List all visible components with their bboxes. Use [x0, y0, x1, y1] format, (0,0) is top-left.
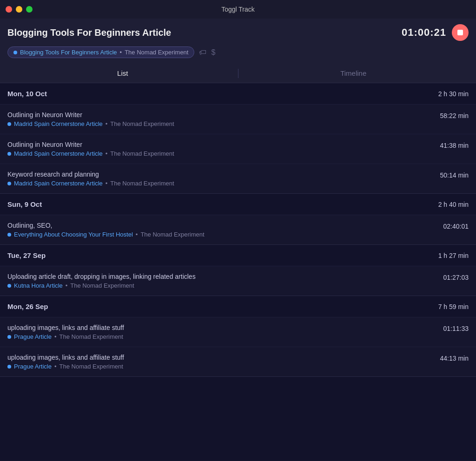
tab-navigation: List Timeline: [7, 64, 469, 83]
entry-title: Outlining in Neuron Writer: [7, 111, 440, 119]
entry-left: Outlining in Neuron Writer Madrid Spain …: [7, 111, 440, 127]
dollar-icon[interactable]: $: [211, 48, 215, 57]
entry-duration: 01:27:03: [443, 273, 469, 281]
entry-dot: [7, 233, 11, 237]
entry-project-name: Prague Article: [14, 333, 52, 340]
project-dot: [13, 51, 17, 54]
day-total: 2 h 30 min: [438, 90, 469, 98]
time-entry[interactable]: Outlining in Neuron Writer Madrid Spain …: [0, 134, 476, 164]
entry-workspace: The Nomad Experiment: [60, 333, 123, 340]
timer-display: 01:00:21: [402, 26, 446, 39]
day-header: Sun, 9 Oct 2 h 40 min: [0, 194, 476, 215]
stop-icon: [457, 30, 463, 35]
entry-left: uploading images, links and affiliate st…: [7, 354, 440, 370]
project-tag-name: Blogging Tools For Beginners Article: [20, 49, 117, 56]
day-header: Mon, 26 Sep 7 h 59 min: [0, 296, 476, 317]
day-header: Mon, 10 Oct 2 h 30 min: [0, 83, 476, 104]
entry-left: Outlining in Neuron Writer Madrid Spain …: [7, 141, 440, 157]
entry-duration: 41:38 min: [440, 141, 469, 149]
entry-dot: [7, 122, 11, 126]
entry-project-name: Everything About Choosing Your First Hos…: [14, 231, 133, 238]
project-tag[interactable]: Blogging Tools For Beginners Article • T…: [7, 46, 194, 58]
entry-dot: [7, 284, 11, 288]
entry-workspace: The Nomad Experiment: [110, 180, 174, 187]
entry-left: Uploading article draft, dropping in ima…: [7, 273, 443, 289]
header-right: 01:00:21: [402, 24, 469, 41]
entry-workspace-sep: •: [66, 282, 68, 289]
entry-project-row: Madrid Spain Cornerstone Article • The N…: [7, 120, 440, 127]
header-top: Blogging Tools For Beginners Article 01:…: [7, 24, 469, 41]
traffic-lights: [6, 6, 33, 13]
entry-project-name: Madrid Spain Cornerstone Article: [14, 120, 103, 127]
day-header: Tue, 27 Sep 1 h 27 min: [0, 245, 476, 266]
tab-timeline[interactable]: Timeline: [238, 64, 469, 83]
tag-row: Blogging Tools For Beginners Article • T…: [7, 46, 469, 58]
entry-workspace-sep: •: [106, 120, 108, 127]
entry-dot: [7, 335, 11, 339]
entry-title: Uploading article draft, dropping in ima…: [7, 273, 443, 280]
entry-dot: [7, 365, 11, 369]
day-label: Sun, 9 Oct: [7, 200, 42, 208]
title-bar: Toggl Track: [0, 0, 476, 19]
day-group: Tue, 27 Sep 1 h 27 min Uploading article…: [0, 245, 476, 296]
tag-separator: •: [120, 49, 122, 56]
page-title: Blogging Tools For Beginners Article: [7, 27, 171, 38]
entry-title: Outlining in Neuron Writer: [7, 141, 440, 148]
entry-workspace-sep: •: [106, 180, 108, 187]
tab-list[interactable]: List: [7, 64, 238, 83]
entry-workspace-sep: •: [54, 363, 57, 370]
entry-workspace: The Nomad Experiment: [70, 282, 134, 289]
entry-title: Keyword research and planning: [7, 171, 440, 178]
entry-project-name: Kutna Hora Article: [14, 282, 63, 289]
entry-workspace: The Nomad Experiment: [140, 231, 204, 238]
entry-project-name: Madrid Spain Cornerstone Article: [14, 180, 103, 187]
entry-title: uploading images, links and affiliate st…: [7, 354, 440, 361]
time-entry[interactable]: uploading images, links and affiliate st…: [0, 347, 476, 376]
entry-duration: 50:14 min: [440, 171, 469, 179]
time-entry[interactable]: Outlining in Neuron Writer Madrid Spain …: [0, 104, 476, 134]
entry-duration: 01:11:33: [443, 324, 469, 332]
entry-duration: 02:40:01: [443, 222, 469, 230]
day-group: Sun, 9 Oct 2 h 40 min Outlining, SEO, Ev…: [0, 194, 476, 245]
day-label: Tue, 27 Sep: [7, 251, 46, 259]
entry-left: uploading images, links and affiliate st…: [7, 324, 443, 340]
entry-workspace-sep: •: [106, 150, 108, 157]
entry-workspace: The Nomad Experiment: [110, 150, 174, 157]
day-total: 2 h 40 min: [438, 201, 469, 208]
entry-project-row: Prague Article • The Nomad Experiment: [7, 333, 443, 340]
main-content[interactable]: Mon, 10 Oct 2 h 30 min Outlining in Neur…: [0, 83, 476, 461]
day-label: Mon, 10 Oct: [7, 90, 47, 98]
day-group: Mon, 26 Sep 7 h 59 min uploading images,…: [0, 296, 476, 377]
header-section: Blogging Tools For Beginners Article 01:…: [0, 19, 476, 83]
entry-project-row: Kutna Hora Article • The Nomad Experimen…: [7, 282, 443, 289]
entry-duration: 58:22 min: [440, 111, 469, 119]
tag-icon[interactable]: 🏷: [199, 48, 206, 57]
entry-workspace: The Nomad Experiment: [60, 363, 123, 370]
day-total: 7 h 59 min: [438, 303, 469, 310]
day-total: 1 h 27 min: [438, 252, 469, 259]
time-entry[interactable]: uploading images, links and affiliate st…: [0, 317, 476, 347]
entry-workspace: The Nomad Experiment: [110, 120, 174, 127]
entry-project-row: Madrid Spain Cornerstone Article • The N…: [7, 180, 440, 187]
maximize-button[interactable]: [26, 6, 33, 13]
entry-project-row: Madrid Spain Cornerstone Article • The N…: [7, 150, 440, 157]
stop-button[interactable]: [452, 24, 469, 41]
time-entry[interactable]: Keyword research and planning Madrid Spa…: [0, 164, 476, 193]
entry-duration: 44:13 min: [440, 354, 469, 362]
tag-workspace: The Nomad Experiment: [125, 49, 188, 56]
day-group: Mon, 10 Oct 2 h 30 min Outlining in Neur…: [0, 83, 476, 194]
minimize-button[interactable]: [16, 6, 22, 13]
app-title: Toggl Track: [221, 6, 255, 13]
entry-title: Outlining, SEO,: [7, 222, 443, 229]
day-label: Mon, 26 Sep: [7, 303, 48, 310]
entry-project-name: Madrid Spain Cornerstone Article: [14, 150, 103, 157]
entry-left: Outlining, SEO, Everything About Choosin…: [7, 222, 443, 238]
entry-workspace-sep: •: [54, 333, 57, 340]
entry-left: Keyword research and planning Madrid Spa…: [7, 171, 440, 187]
time-entry[interactable]: Outlining, SEO, Everything About Choosin…: [0, 215, 476, 244]
entry-workspace-sep: •: [136, 231, 138, 238]
close-button[interactable]: [6, 6, 12, 13]
entry-dot: [7, 182, 11, 185]
entry-project-row: Everything About Choosing Your First Hos…: [7, 231, 443, 238]
time-entry[interactable]: Uploading article draft, dropping in ima…: [0, 266, 476, 296]
